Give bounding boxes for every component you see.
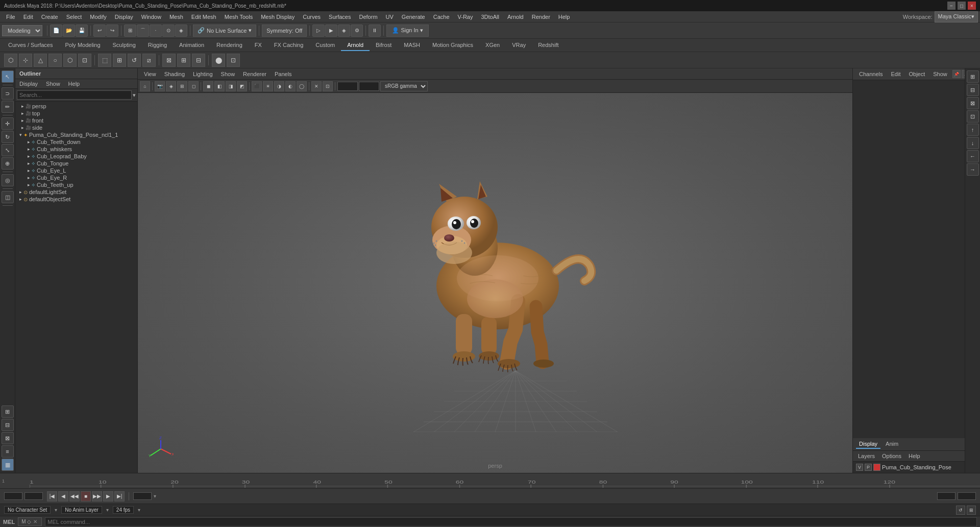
vp-tb-shade2[interactable]: ◧ <box>214 81 225 91</box>
vp-tb-shadow[interactable]: ◑ <box>274 81 284 91</box>
select-tool-btn[interactable]: ↖ <box>2 70 14 83</box>
rt-btn-2[interactable]: ⊟ <box>967 84 979 96</box>
snap-point-btn[interactable]: · <box>150 25 162 37</box>
tab-rigging[interactable]: Rigging <box>142 40 173 51</box>
menu-cache[interactable]: Cache <box>429 13 454 21</box>
new-btn[interactable]: 📄 <box>50 25 62 37</box>
universal-tool-btn[interactable]: ⊕ <box>2 157 14 170</box>
vp-tb-light[interactable]: ☀ <box>263 81 273 91</box>
layers-menu-layers[interactable]: Layers <box>856 452 877 460</box>
menu-deform[interactable]: Deform <box>355 13 381 21</box>
show-hide-btn[interactable]: ◫ <box>2 191 14 203</box>
status-icon-1[interactable]: ↺ <box>956 506 965 515</box>
soft-select-btn[interactable]: ◎ <box>2 174 14 186</box>
icon-btn-8[interactable]: ⊞ <box>113 54 126 67</box>
tree-item-eye-r[interactable]: ▸ ⟡ Cub_Eye_R <box>15 174 137 181</box>
menu-mesh-tools[interactable]: Mesh Tools <box>220 13 257 21</box>
icon-btn-1[interactable]: ⬡ <box>4 54 17 67</box>
layer-vis-btn[interactable]: V <box>856 464 863 471</box>
rt-btn-3[interactable]: ⊠ <box>967 97 979 109</box>
icon-btn-13[interactable]: ⊟ <box>192 54 205 67</box>
icon-btn-4[interactable]: ○ <box>48 54 62 67</box>
maximize-button[interactable]: □ <box>958 2 966 10</box>
tab-xgen[interactable]: XGen <box>479 40 506 51</box>
vp-menu-lighting[interactable]: Lighting <box>189 70 217 78</box>
icon-btn-9[interactable]: ↺ <box>128 54 141 67</box>
vp-tb-home[interactable]: ⌂ <box>140 81 150 91</box>
menu-mesh-display[interactable]: Mesh Display <box>257 13 299 21</box>
menu-3dtoall[interactable]: 3DtoAll <box>477 13 503 21</box>
expand-puma-group[interactable]: ▾ <box>17 132 23 137</box>
vp-tb-shade1[interactable]: ◼ <box>203 81 213 91</box>
snap-curve-btn[interactable]: ⌒ <box>137 25 149 37</box>
timeline-ruler[interactable]: 1 10 20 30 40 50 60 70 80 90 100 110 120 <box>30 473 980 488</box>
char-set-dropdown[interactable]: ▾ <box>55 507 57 513</box>
da-tab-display[interactable]: Display <box>856 440 880 449</box>
render-icon-btn[interactable]: ⊞ <box>2 405 14 418</box>
anim-layer-dropdown[interactable]: ▾ <box>106 507 109 513</box>
anim-start-field[interactable]: 1 <box>937 492 955 500</box>
tree-item-whiskers[interactable]: ▸ ⟡ Cub_whiskers <box>15 146 137 153</box>
icon-btn-12[interactable]: ⊞ <box>177 54 190 67</box>
rotate-tool-btn[interactable]: ↻ <box>2 131 14 143</box>
icon-btn-3[interactable]: △ <box>34 54 47 67</box>
snap-surface-btn[interactable]: ◈ <box>175 25 187 37</box>
rt-btn-8[interactable]: → <box>967 163 979 176</box>
hypershade-btn[interactable]: ⊟ <box>2 419 14 431</box>
tab-custom[interactable]: Custom <box>309 40 341 51</box>
icon-btn-15[interactable]: ⊡ <box>227 54 240 67</box>
rt-btn-1[interactable]: ⊞ <box>967 70 979 83</box>
menu-curves[interactable]: Curves <box>299 13 325 21</box>
tree-item-light-set[interactable]: ▸ ⊙ defaultLightSet <box>15 188 137 196</box>
vp-field1[interactable]: 0.00 <box>337 82 358 91</box>
vp-tb-camera[interactable]: 📷 <box>155 81 165 91</box>
tab-sculpting[interactable]: Sculpting <box>107 40 142 51</box>
icon-btn-6[interactable]: ⊡ <box>78 54 91 67</box>
vp-tb-snap[interactable]: ◈ <box>166 81 176 91</box>
layer-color-swatch[interactable] <box>873 464 880 471</box>
tree-item-object-set[interactable]: ▸ ⊙ defaultObjectSet <box>15 196 137 203</box>
channel-tab-show[interactable]: Show <box>930 70 950 78</box>
icon-btn-10[interactable]: ⧄ <box>142 54 156 67</box>
tree-item-puma-group[interactable]: ▾ ✦ Puma_Cub_Standing_Pose_ncl1_1 <box>15 131 137 138</box>
tree-item-front[interactable]: ▸ 🎥 front <box>15 117 137 124</box>
vp-tb-texture[interactable]: ⬛ <box>252 81 262 91</box>
extra-btn-3[interactable]: ▦ <box>2 459 14 471</box>
icon-btn-11[interactable]: ⊠ <box>162 54 176 67</box>
render-settings-btn[interactable]: ⚙ <box>351 25 363 37</box>
lasso-tool-btn[interactable]: ⊃ <box>2 87 14 100</box>
menu-edit-mesh[interactable]: Edit Mesh <box>187 13 220 21</box>
menu-select[interactable]: Select <box>62 13 86 21</box>
tree-item-top[interactable]: ▸ 🎥 top <box>15 110 137 117</box>
outliner-menu-show[interactable]: Show <box>42 79 64 88</box>
channel-tab-channels[interactable]: Channels <box>856 70 886 78</box>
snap-grid-btn[interactable]: ⊞ <box>124 25 136 37</box>
menu-mesh[interactable]: Mesh <box>165 13 187 21</box>
render-frame-btn[interactable]: ▶ <box>325 25 337 37</box>
paint-tool-btn[interactable]: ✏ <box>2 101 14 113</box>
scale-tool-btn[interactable]: ⤡ <box>2 144 14 156</box>
channel-pin-btn[interactable]: 📌 <box>952 70 961 78</box>
tab-mash[interactable]: MASH <box>398 40 426 51</box>
menu-vray[interactable]: V-Ray <box>454 13 477 21</box>
tab-vray[interactable]: VRay <box>506 40 532 51</box>
play-back-btn[interactable]: ◀◀ <box>69 491 80 501</box>
tree-item-leoprad[interactable]: ▸ ⟡ Cub_Leoprad_Baby <box>15 153 137 160</box>
tab-poly-modeling[interactable]: Poly Modeling <box>59 40 106 51</box>
tree-item-persp[interactable]: ▸ 🎥 persp <box>15 103 137 110</box>
tab-rendering[interactable]: Rendering <box>210 40 249 51</box>
tree-item-teeth-up[interactable]: ▸ ⟡ Cub_Teeth_up <box>15 181 137 188</box>
next-frame-btn[interactable]: ▶ <box>103 491 113 501</box>
rt-btn-7[interactable]: ← <box>967 150 979 162</box>
undo-btn[interactable]: ↩ <box>93 25 106 37</box>
snap-view-btn[interactable]: ⊙ <box>162 25 175 37</box>
vp-tb-iso[interactable]: ⊡ <box>323 81 333 91</box>
icon-btn-7[interactable]: ⬚ <box>98 54 111 67</box>
da-tab-anim[interactable]: Anim <box>883 440 901 449</box>
close-button[interactable]: × <box>968 2 976 10</box>
fps-dropdown[interactable]: ▾ <box>138 507 140 513</box>
menu-generate[interactable]: Generate <box>398 13 429 21</box>
workspace-selector[interactable]: Maya Classic▾ <box>935 11 978 22</box>
tab-fx-caching[interactable]: FX Caching <box>268 40 309 51</box>
outliner-search-input[interactable] <box>17 90 132 100</box>
